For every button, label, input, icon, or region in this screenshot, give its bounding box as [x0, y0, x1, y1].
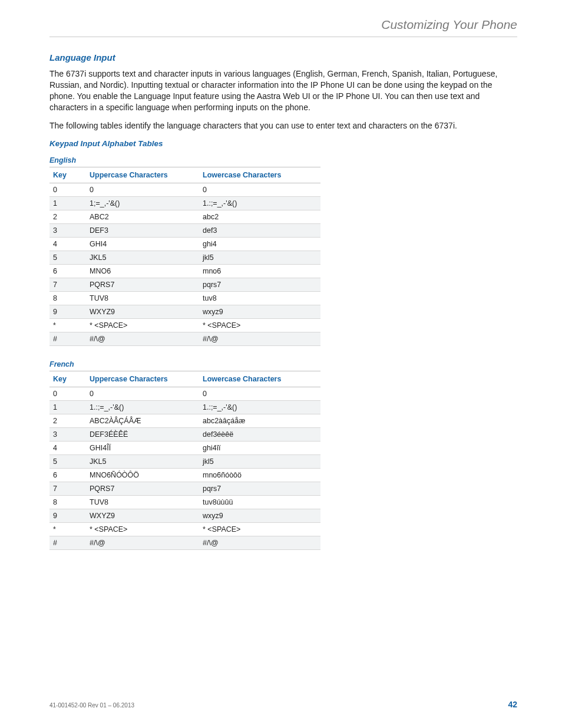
table-title-english: English: [49, 156, 517, 164]
table-title-french: French: [49, 360, 517, 368]
table-row: 8TUV8tuv8úùûü: [49, 496, 320, 509]
cell-upper: PQRS7: [86, 278, 199, 292]
cell-key: 1: [49, 401, 86, 414]
cell-key: 3: [49, 224, 86, 238]
col-lower: Lowercase Characters: [199, 371, 320, 387]
cell-key: #: [49, 332, 86, 346]
subheading-keypad-tables: Keypad Input Alphabet Tables: [49, 139, 517, 148]
table-row: 000: [49, 387, 320, 401]
cell-key: 2: [49, 210, 86, 224]
cell-lower: 1.:;=_,-'&(): [199, 197, 320, 210]
cell-upper: #/\@: [86, 536, 199, 550]
table-row: 9WXYZ9wxyz9: [49, 305, 320, 319]
cell-upper: DEF3: [86, 224, 199, 238]
cell-upper: 1.:;=_,-'&(): [86, 401, 199, 414]
cell-upper: JKL5: [86, 455, 199, 469]
col-upper: Uppercase Characters: [86, 167, 199, 183]
cell-lower: def3: [199, 224, 320, 238]
table-row: 4GHI4ghi4: [49, 238, 320, 251]
cell-lower: * <SPACE>: [199, 523, 320, 536]
cell-upper: 1;=_,-'&(): [86, 197, 199, 210]
cell-upper: GHI4ÎÏ: [86, 442, 199, 455]
table-row: 2ABC2abc2: [49, 210, 320, 224]
cell-upper: MNO6: [86, 265, 199, 278]
cell-key: 9: [49, 509, 86, 523]
cell-upper: PQRS7: [86, 482, 199, 496]
table-french: Key Uppercase Characters Lowercase Chara…: [49, 371, 320, 550]
table-row: 7PQRS7pqrs7: [49, 482, 320, 496]
table-row: 6MNO6mno6: [49, 265, 320, 278]
cell-lower: abc2: [199, 210, 320, 224]
table-row: 7PQRS7pqrs7: [49, 278, 320, 292]
cell-lower: 1.:;=_,-'&(): [199, 401, 320, 414]
table-row: 4GHI4ÎÏghi4îï: [49, 442, 320, 455]
cell-key: #: [49, 536, 86, 550]
cell-upper: 0: [86, 387, 199, 401]
cell-upper: DEF3ÉÈÊË: [86, 428, 199, 442]
cell-lower: #/\@: [199, 536, 320, 550]
cell-lower: mno6: [199, 265, 320, 278]
cell-upper: * <SPACE>: [86, 319, 199, 332]
cell-key: 6: [49, 469, 86, 482]
page-footer: 41-001452-00 Rev 01 – 06.2013 42: [49, 700, 517, 709]
cell-key: 7: [49, 278, 86, 292]
cell-upper: 0: [86, 183, 199, 197]
footer-revision: 41-001452-00 Rev 01 – 06.2013: [49, 702, 134, 709]
cell-key: *: [49, 319, 86, 332]
col-key: Key: [49, 167, 86, 183]
cell-key: 5: [49, 251, 86, 265]
table-row: 11;=_,-'&()1.:;=_,-'&(): [49, 197, 320, 210]
cell-lower: * <SPACE>: [199, 319, 320, 332]
cell-key: 0: [49, 183, 86, 197]
cell-key: 0: [49, 387, 86, 401]
table-row: ##/\@#/\@: [49, 536, 320, 550]
intro-paragraph-1: The 6737i supports text and character in…: [49, 68, 517, 113]
cell-key: 7: [49, 482, 86, 496]
footer-page-number: 42: [508, 700, 517, 709]
cell-key: *: [49, 523, 86, 536]
col-lower: Lowercase Characters: [199, 167, 320, 183]
table-row: 5JKL5jkl5: [49, 455, 320, 469]
cell-key: 6: [49, 265, 86, 278]
cell-lower: abc2àâçáåæ: [199, 414, 320, 428]
cell-lower: tuv8: [199, 292, 320, 305]
cell-lower: jkl5: [199, 251, 320, 265]
cell-upper: WXYZ9: [86, 305, 199, 319]
table-row: ##/\@#/\@: [49, 332, 320, 346]
col-key: Key: [49, 371, 86, 387]
cell-lower: #/\@: [199, 332, 320, 346]
cell-lower: 0: [199, 183, 320, 197]
cell-upper: TUV8: [86, 292, 199, 305]
cell-upper: ABC2ÀÂÇÁÅÆ: [86, 414, 199, 428]
table-row: 8TUV8tuv8: [49, 292, 320, 305]
cell-upper: MNO6ÑÓÒÔÖ: [86, 469, 199, 482]
cell-lower: ghi4îï: [199, 442, 320, 455]
table-row: 5JKL5jkl5: [49, 251, 320, 265]
cell-lower: ghi4: [199, 238, 320, 251]
cell-key: 5: [49, 455, 86, 469]
cell-lower: wxyz9: [199, 509, 320, 523]
cell-lower: tuv8úùûü: [199, 496, 320, 509]
cell-upper: TUV8: [86, 496, 199, 509]
cell-lower: pqrs7: [199, 482, 320, 496]
table-row: 3DEF3ÉÈÊËdef3éèêë: [49, 428, 320, 442]
cell-key: 9: [49, 305, 86, 319]
cell-upper: WXYZ9: [86, 509, 199, 523]
intro-paragraph-2: The following tables identify the langua…: [49, 120, 517, 131]
table-row: 6MNO6ÑÓÒÔÖmno6ñóòôö: [49, 469, 320, 482]
table-row: 11.:;=_,-'&()1.:;=_,-'&(): [49, 401, 320, 414]
cell-lower: jkl5: [199, 455, 320, 469]
running-header: Customizing Your Phone: [49, 18, 517, 37]
cell-upper: JKL5: [86, 251, 199, 265]
cell-upper: GHI4: [86, 238, 199, 251]
cell-upper: #/\@: [86, 332, 199, 346]
cell-key: 4: [49, 238, 86, 251]
table-row: 9WXYZ9wxyz9: [49, 509, 320, 523]
col-upper: Uppercase Characters: [86, 371, 199, 387]
cell-lower: mno6ñóòôö: [199, 469, 320, 482]
cell-lower: pqrs7: [199, 278, 320, 292]
cell-key: 3: [49, 428, 86, 442]
table-row: ** <SPACE>* <SPACE>: [49, 523, 320, 536]
cell-upper: * <SPACE>: [86, 523, 199, 536]
cell-upper: ABC2: [86, 210, 199, 224]
